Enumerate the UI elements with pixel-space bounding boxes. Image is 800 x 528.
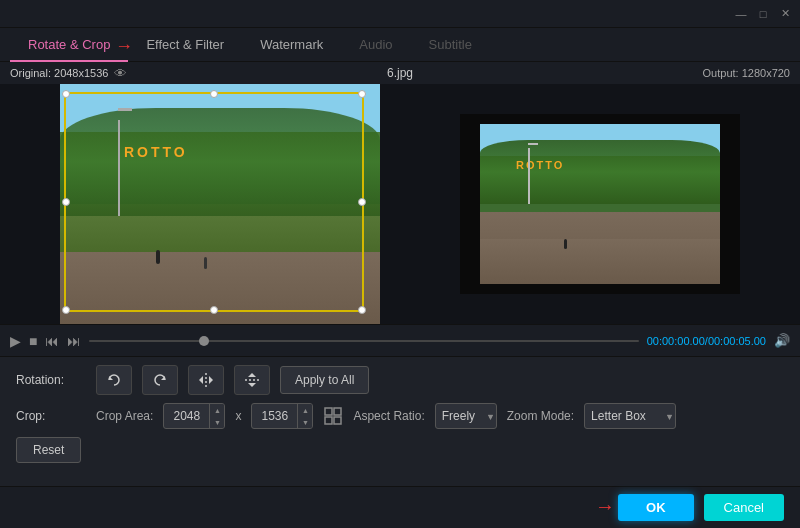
crop-height-input[interactable]: [252, 409, 297, 423]
img-figure2: [204, 257, 207, 269]
crop-height-down[interactable]: ▼: [298, 416, 312, 428]
right-figure: [564, 239, 567, 249]
minimize-button[interactable]: —: [734, 7, 748, 21]
volume-icon[interactable]: 🔊: [774, 333, 790, 348]
next-frame-button[interactable]: ⏭: [67, 333, 81, 349]
tab-bar: → Rotate & Crop Effect & Filter Watermar…: [0, 28, 800, 62]
zoom-mode-select[interactable]: Letter Box Pan & Scan Full: [584, 403, 676, 429]
rotate-right-button[interactable]: [142, 365, 178, 395]
right-letters: ROTTO: [516, 159, 564, 171]
stop-button[interactable]: ■: [29, 333, 37, 349]
tab-effect-filter[interactable]: Effect & Filter: [128, 28, 242, 62]
reset-button[interactable]: Reset: [16, 437, 81, 463]
svg-marker-3: [199, 376, 203, 384]
action-bar: → OK Cancel: [0, 486, 800, 528]
output-size-info: Output: 1280x720: [703, 67, 790, 79]
svg-marker-6: [248, 373, 256, 377]
lamp-post: [118, 120, 120, 216]
prev-frame-button[interactable]: ⏮: [45, 333, 59, 349]
transport-bar: ▶ ■ ⏮ ⏭ 00:00:00.00/00:00:05.00 🔊: [0, 324, 800, 356]
aspect-ratio-label: Aspect Ratio:: [353, 409, 424, 423]
crop-full-icon[interactable]: [323, 406, 343, 426]
left-preview: ROTTO: [60, 84, 380, 324]
ok-button[interactable]: OK: [618, 494, 694, 521]
crop-label: Crop:: [16, 409, 86, 423]
preview-info-bar: Original: 2048x1536 👁 6.jpg Output: 1280…: [0, 62, 800, 84]
crop-width-input[interactable]: [164, 409, 209, 423]
tab-audio: Audio: [341, 28, 410, 62]
tab-watermark[interactable]: Watermark: [242, 28, 341, 62]
right-path-layer: [480, 239, 720, 284]
right-lamp-head: [528, 143, 538, 145]
img-path-layer: [60, 252, 380, 324]
aspect-ratio-select-wrapper: Freely 16:9 4:3 1:1 9:16 ▾: [435, 403, 497, 429]
original-size-info: Original: 2048x1536 👁: [10, 66, 127, 81]
img-letters: ROTTO: [124, 144, 188, 160]
aspect-ratio-select[interactable]: Freely 16:9 4:3 1:1 9:16: [435, 403, 497, 429]
reset-row: Reset: [16, 437, 784, 463]
crop-area-label: Crop Area:: [96, 409, 153, 423]
eye-icon[interactable]: 👁: [114, 66, 127, 81]
tab-rotate-crop[interactable]: Rotate & Crop: [10, 28, 128, 62]
crop-width-spinners: ▲ ▼: [209, 404, 224, 428]
play-button[interactable]: ▶: [10, 333, 21, 349]
flip-horizontal-button[interactable]: [188, 365, 224, 395]
zoom-mode-label: Zoom Mode:: [507, 409, 574, 423]
rotation-row: Rotation:: [16, 365, 784, 395]
controls-area: Rotation:: [0, 356, 800, 471]
right-image: ROTTO: [480, 124, 720, 284]
img-trees-layer: [60, 108, 380, 216]
flip-vertical-button[interactable]: [234, 365, 270, 395]
tab-subtitle: Subtitle: [411, 28, 490, 62]
title-bar: — □ ✕: [0, 0, 800, 28]
right-lamp-post: [528, 148, 530, 204]
crop-width-down[interactable]: ▼: [210, 416, 224, 428]
ok-arrow-indicator: →: [595, 495, 615, 518]
cancel-button[interactable]: Cancel: [704, 494, 784, 521]
crop-height-up[interactable]: ▲: [298, 404, 312, 416]
svg-rect-9: [334, 408, 341, 415]
right-trees-layer: [480, 140, 720, 204]
time-display: 00:00:00.00/00:00:05.00: [647, 335, 766, 347]
crop-width-up[interactable]: ▲: [210, 404, 224, 416]
maximize-button[interactable]: □: [756, 7, 770, 21]
progress-thumb[interactable]: [199, 336, 209, 346]
crop-row: Crop: Crop Area: ▲ ▼ x ▲ ▼: [16, 403, 784, 429]
svg-rect-8: [325, 408, 332, 415]
rotation-label: Rotation:: [16, 373, 86, 387]
dimension-separator: x: [235, 409, 241, 423]
crop-width-input-group: ▲ ▼: [163, 403, 225, 429]
filename-label: 6.jpg: [387, 66, 413, 80]
crop-height-spinners: ▲ ▼: [297, 404, 312, 428]
lamp-head: [118, 108, 132, 111]
svg-marker-7: [248, 383, 256, 387]
apply-to-all-button[interactable]: Apply to All: [280, 366, 369, 394]
svg-marker-4: [209, 376, 213, 384]
rotate-left-button[interactable]: [96, 365, 132, 395]
img-figure1: [156, 250, 160, 264]
svg-rect-11: [334, 417, 341, 424]
crop-height-input-group: ▲ ▼: [251, 403, 313, 429]
preview-canvases: ROTTO ROTTO: [0, 84, 800, 324]
progress-bar[interactable]: [89, 340, 638, 342]
zoom-mode-select-wrapper: Letter Box Pan & Scan Full ▾: [584, 403, 676, 429]
close-button[interactable]: ✕: [778, 7, 792, 21]
right-preview: ROTTO: [460, 114, 740, 294]
svg-rect-10: [325, 417, 332, 424]
left-image: ROTTO: [60, 84, 380, 324]
